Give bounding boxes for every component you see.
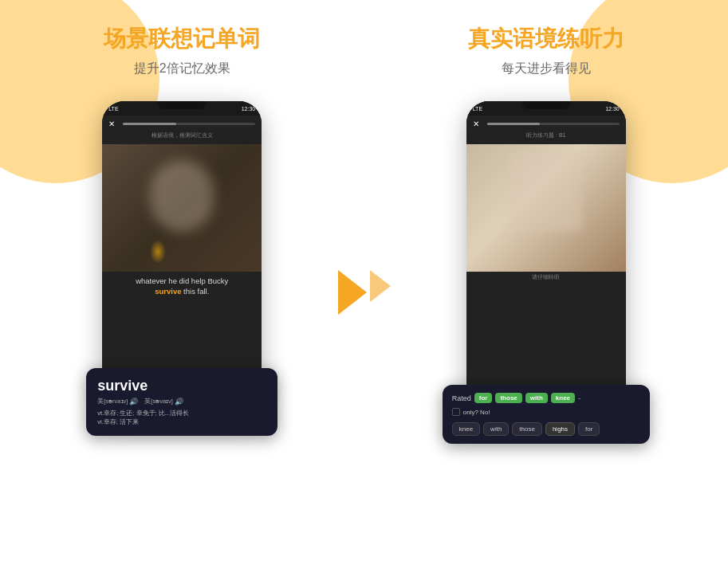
quiz-checkbox[interactable] (452, 408, 460, 416)
right-phone-inner: LTE 12:30 ✕ 听力练习题 · B1 (466, 101, 626, 412)
center-arrows (338, 270, 391, 315)
right-status-left: LTE (473, 106, 482, 112)
word-def2: vi.幸存; 活下来 (97, 417, 266, 426)
quiz-rated-label: Rated (452, 394, 471, 402)
quiz-card: Rated for those with knee - only? No! kn… (443, 385, 650, 444)
right-image-placeholder (466, 144, 626, 272)
word-card: survive 美[sərvaɪv] 🔊 英[səvaɪv] 🔊 vt.幸存; … (86, 368, 277, 437)
phonetic-uk: 英[səvaɪv] 🔊 (144, 398, 183, 406)
right-phone-header: ✕ (466, 116, 626, 131)
candle-glow (150, 240, 166, 264)
phonetic-uk-text: 英[səvaɪv] (144, 398, 173, 406)
left-phone-header: ✕ (102, 116, 262, 131)
speaker-uk-icon[interactable]: 🔊 (175, 398, 183, 406)
quiz-option-highs[interactable]: highs (545, 422, 575, 436)
left-phone-text: whatever he did help Bucky survive this … (102, 272, 262, 302)
left-phone-image (102, 144, 262, 272)
word-phonetics: 美[sərvaɪv] 🔊 英[səvaɪv] 🔊 (97, 398, 266, 406)
left-phone: LTE 12:30 ✕ 根据语境，推测词汇含义 (102, 101, 262, 412)
left-status-left: LTE (108, 106, 118, 112)
right-panel-subtitle: 每天进步看得见 (502, 61, 591, 77)
right-listen-label: 请仔细聆听 (466, 273, 626, 281)
phonetic-us: 美[sərvaɪv] 🔊 (97, 398, 138, 406)
right-phone-wrapper: LTE 12:30 ✕ 听力练习题 · B1 (466, 101, 626, 412)
right-progress-fill (487, 123, 540, 125)
quiz-tag-dash: - (578, 394, 580, 402)
quiz-tag-for: for (474, 393, 493, 403)
left-phone-label: 根据语境，推测词汇含义 (102, 131, 262, 141)
right-progress-bar (487, 123, 620, 125)
left-phone-inner: LTE 12:30 ✕ 根据语境，推测词汇含义 (102, 101, 262, 412)
quiz-rated-row: Rated for those with knee - (452, 393, 640, 403)
right-phone-label: 听力练习题 · B1 (466, 131, 626, 141)
arrows-row (338, 270, 391, 315)
quiz-option-those[interactable]: those (512, 422, 542, 436)
left-progress-fill (123, 123, 175, 125)
right-panel: 真实语境练听力 每天进步看得见 LTE 12:30 ✕ (364, 0, 729, 584)
right-close-button[interactable]: ✕ (473, 119, 482, 128)
left-close-button[interactable]: ✕ (108, 119, 118, 128)
left-panel-subtitle: 提升2倍记忆效果 (134, 61, 230, 77)
left-panel: 场景联想记单词 提升2倍记忆效果 LTE 12:30 ✕ (0, 0, 364, 584)
quiz-option-knee[interactable]: knee (452, 422, 480, 436)
quiz-tag-with: with (525, 393, 548, 403)
left-progress-bar (123, 123, 255, 125)
phonetic-us-text: 美[sərvaɪv] (97, 398, 128, 406)
speaker-us-icon[interactable]: 🔊 (129, 398, 138, 406)
right-phone-image (466, 144, 626, 272)
left-sentence: whatever he did help Bucky (108, 276, 255, 285)
arrow-1 (338, 270, 367, 315)
right-blurred-figure (510, 152, 582, 232)
left-sentence-part1: whatever he did help Bucky (136, 276, 228, 285)
left-image-placeholder (102, 144, 262, 272)
left-status-right: 12:30 (242, 106, 256, 112)
quiz-tag-knee: knee (551, 393, 575, 403)
left-blurred-figure (150, 160, 214, 232)
arrow-2 (370, 270, 391, 302)
right-panel-title: 真实语境练听力 (468, 24, 624, 54)
word-def1: vt.幸存; 生还; 幸免于; 比...活得长 (97, 409, 266, 417)
left-phone-wrapper: LTE 12:30 ✕ 根据语境，推测词汇含义 (102, 101, 262, 412)
left-phone-notch (158, 101, 206, 109)
word-main-text: survive (97, 378, 266, 394)
left-panel-title: 场景联想记单词 (104, 24, 260, 54)
right-phone: LTE 12:30 ✕ 听力练习题 · B1 (466, 101, 626, 412)
right-phone-notch (522, 101, 570, 109)
quiz-option-for[interactable]: for (578, 422, 600, 436)
left-sentence2: survive this fall. (108, 287, 255, 296)
main-container: 场景联想记单词 提升2倍记忆效果 LTE 12:30 ✕ (0, 0, 728, 584)
quiz-tag-those: those (495, 393, 521, 403)
quiz-option-with[interactable]: with (483, 422, 509, 436)
quiz-options-row: knee with those highs for (452, 422, 640, 436)
right-status-right: 12:30 (605, 106, 620, 112)
quiz-only-row: only? No! (452, 408, 640, 416)
left-sentence-end: this fall. (183, 287, 209, 296)
quiz-only-text: only? No! (463, 409, 490, 416)
left-highlight-word: survive (155, 287, 181, 296)
